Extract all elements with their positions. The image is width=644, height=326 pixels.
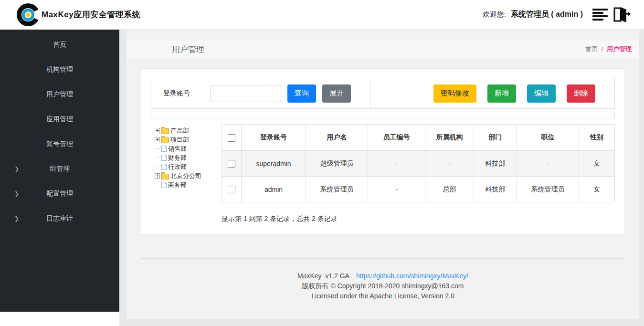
tree-node-label: 销售部 xyxy=(168,145,187,153)
footer-license: Licensed under the Apache License, Versi… xyxy=(127,291,639,301)
select-all-cell xyxy=(222,125,242,151)
table-cell: admin xyxy=(242,177,306,202)
tree-node-label: 商务部 xyxy=(168,181,187,189)
table-cell: 科技部 xyxy=(474,177,517,202)
sidebar-item-users[interactable]: 用户管理 xyxy=(0,82,119,107)
sidebar-item-label: 机构管理 xyxy=(46,65,73,74)
table-cell: - xyxy=(425,151,474,177)
tree-node-label: 产品部 xyxy=(170,126,189,135)
column-header: 登录账号 xyxy=(242,125,306,151)
breadcrumb: 首页 / 用户管理 xyxy=(585,45,632,53)
table-row[interactable]: superadmin超级管理员--科技部-女 xyxy=(222,151,615,177)
expand-button[interactable]: 展开 xyxy=(322,84,351,103)
add-button[interactable]: 新增 xyxy=(487,84,516,103)
plus-expander-icon[interactable] xyxy=(155,137,160,142)
table-cell: superadmin xyxy=(242,151,306,177)
tree-node-5[interactable]: 北京分公司 xyxy=(155,171,222,180)
file-icon xyxy=(161,182,167,188)
column-header: 所属机构 xyxy=(425,125,474,151)
row-checkbox[interactable] xyxy=(228,186,235,193)
tree-connector xyxy=(155,148,160,149)
advanced-search-row xyxy=(151,112,615,118)
chevron-right-icon: ❯ xyxy=(14,215,19,222)
tree-node-label: 行政部 xyxy=(168,163,187,171)
footer-link[interactable]: https://github.com/shimingxy/MaxKey/ xyxy=(356,272,468,280)
breadcrumb-current: 用户管理 xyxy=(607,45,632,53)
sidebar-item-config[interactable]: ❯配置管理 xyxy=(0,181,119,206)
select-all-checkbox[interactable] xyxy=(228,134,235,142)
sidebar-item-label: 账号管理 xyxy=(46,140,73,148)
records-summary: 显示第 1 到第 2 条记录，总共 2 条记录 xyxy=(222,215,615,223)
menu-icon[interactable] xyxy=(592,9,608,21)
sidebar-item-groups[interactable]: ❯组管理 xyxy=(0,157,119,181)
content-row: 产品部项目部销售部财务部行政部北京分公司商务部 登录账号用户名员工编号所属机构部… xyxy=(151,124,615,223)
table-row[interactable]: admin系统管理员-总部科技部系统管理员女 xyxy=(222,177,615,202)
tree-node-2[interactable]: 销售部 xyxy=(155,144,222,153)
query-button[interactable]: 查询 xyxy=(287,84,316,103)
app-header: MaxKey应用安全管理系统 欢迎您: 系统管理员 ( admin ) xyxy=(0,0,644,30)
sidebar-item-home[interactable]: 首页 xyxy=(0,32,119,57)
column-header: 用户名 xyxy=(306,125,368,151)
sidebar-item-org[interactable]: 机构管理 xyxy=(0,57,119,82)
table-cell: - xyxy=(368,151,425,177)
folder-icon xyxy=(161,128,169,134)
tree-connector xyxy=(155,158,160,158)
tree-connector xyxy=(155,167,160,167)
login-account-input[interactable] xyxy=(211,85,281,102)
app-title: MaxKey应用安全管理系统 xyxy=(42,9,140,20)
chevron-right-icon: ❯ xyxy=(14,190,19,197)
column-header: 员工编号 xyxy=(368,125,425,151)
table-cell: 总部 xyxy=(425,177,474,202)
page-title: 用户管理 xyxy=(172,44,204,55)
brand[interactable]: MaxKey应用安全管理系统 xyxy=(16,3,140,27)
main-area: 用户管理 首页 / 用户管理 登录账号: 查询 展开 密码修改新增编辑删除 xyxy=(119,30,644,326)
app-logo-icon xyxy=(16,3,40,27)
department-tree: 产品部项目部销售部财务部行政部北京分公司商务部 xyxy=(151,124,222,223)
content-pane: 用户管理 首页 / 用户管理 登录账号: 查询 展开 密码修改新增编辑删除 xyxy=(127,30,639,319)
plus-expander-icon[interactable] xyxy=(155,173,160,179)
footer-version: MaxKey v1.2 GA xyxy=(297,272,349,280)
sidebar-nav: 首页机构管理用户管理应用管理账号管理❯组管理❯配置管理❯日志审计 xyxy=(0,30,119,312)
sidebar-item-label: 配置管理 xyxy=(46,189,73,198)
edit-button[interactable]: 编辑 xyxy=(527,84,556,103)
table-header-row: 登录账号用户名员工编号所属机构部门职位性别 xyxy=(222,125,615,151)
folder-icon xyxy=(161,174,169,179)
tree-node-0[interactable]: 产品部 xyxy=(155,126,222,135)
welcome-label: 欢迎您: xyxy=(483,10,506,19)
table-cell: 女 xyxy=(579,177,615,202)
users-table: 登录账号用户名员工编号所属机构部门职位性别 superadmin超级管理员--科… xyxy=(222,124,615,202)
users-grid: 登录账号用户名员工编号所属机构部门职位性别 superadmin超级管理员--科… xyxy=(222,124,615,223)
footer: MaxKey v1.2 GAhttps://github.com/shiming… xyxy=(127,271,639,301)
delete-button[interactable]: 删除 xyxy=(567,84,595,103)
sidebar-item-audit[interactable]: ❯日志审计 xyxy=(0,206,119,231)
tree-node-3[interactable]: 财务部 xyxy=(155,153,222,162)
column-header: 性别 xyxy=(579,125,615,151)
row-checkbox[interactable] xyxy=(228,160,235,168)
file-icon xyxy=(161,164,167,170)
logout-icon[interactable] xyxy=(612,6,631,23)
table-body: superadmin超级管理员--科技部-女admin系统管理员-总部科技部系统… xyxy=(222,151,615,202)
title-bar: 用户管理 首页 / 用户管理 xyxy=(127,41,639,58)
header-right: 欢迎您: 系统管理员 ( admin ) xyxy=(483,6,631,23)
sidebar-item-label: 应用管理 xyxy=(46,115,73,124)
file-icon xyxy=(161,146,167,152)
breadcrumb-home[interactable]: 首页 xyxy=(585,45,598,53)
tree-node-1[interactable]: 项目部 xyxy=(155,135,222,144)
table-cell: 系统管理员 xyxy=(306,177,368,202)
change-password-button[interactable]: 密码修改 xyxy=(433,84,476,103)
sidebar-item-label: 日志审计 xyxy=(46,214,73,223)
toolbar-actions: 密码修改新增编辑删除 xyxy=(370,78,614,108)
tree-connector xyxy=(155,185,160,185)
sidebar: 首页机构管理用户管理应用管理账号管理❯组管理❯配置管理❯日志审计 xyxy=(0,30,119,326)
column-header: 职位 xyxy=(517,125,579,151)
breadcrumb-separator: / xyxy=(602,45,603,53)
plus-expander-icon[interactable] xyxy=(155,128,160,133)
sidebar-item-apps[interactable]: 应用管理 xyxy=(0,107,119,132)
sidebar-item-accounts[interactable]: 账号管理 xyxy=(0,132,119,157)
tree-node-6[interactable]: 商务部 xyxy=(155,180,222,189)
footer-divider xyxy=(141,258,625,259)
table-cell: 科技部 xyxy=(474,151,517,177)
file-icon xyxy=(161,155,167,161)
tree-node-4[interactable]: 行政部 xyxy=(155,162,222,171)
sidebar-item-label: 用户管理 xyxy=(46,90,73,99)
